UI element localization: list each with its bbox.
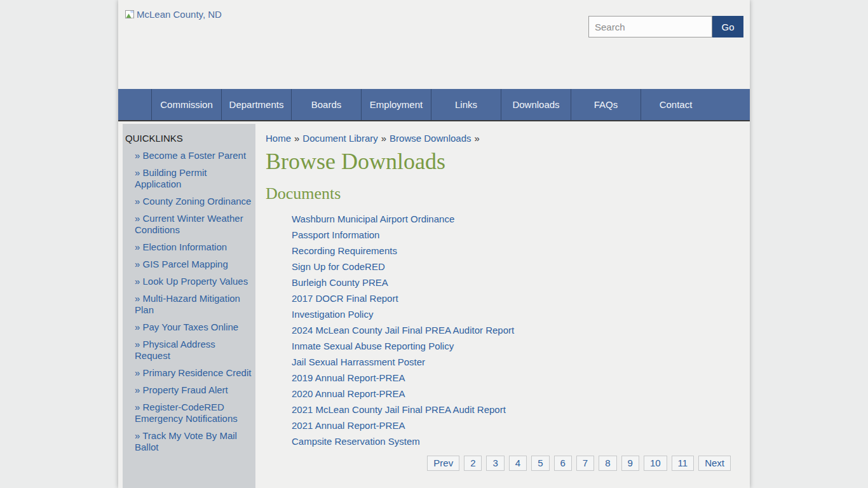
pagination-button[interactable]: 9 xyxy=(621,456,639,471)
quicklink-label[interactable]: Track My Vote By Mail Ballot xyxy=(135,430,237,452)
quicklink-item[interactable]: » Become a Foster Parent xyxy=(125,150,252,161)
site-logo-link[interactable]: McLean County, ND xyxy=(125,9,222,20)
main-content: Home»Document Library»Browse Downloads» … xyxy=(255,121,750,488)
breadcrumb-separator: » xyxy=(381,133,386,144)
quicklink-bullet-icon: » xyxy=(135,322,140,332)
quicklink-item[interactable]: » Building Permit Application xyxy=(125,167,252,190)
pagination-button[interactable]: 2 xyxy=(464,456,482,471)
quicklink-bullet-icon: » xyxy=(135,150,140,161)
document-link[interactable]: 2021 Annual Report-PREA xyxy=(292,420,405,431)
site-logo-text: McLean County, ND xyxy=(137,9,222,20)
document-link[interactable]: 2017 DOCR Final Report xyxy=(292,293,398,304)
search-go-button[interactable]: Go xyxy=(712,16,743,37)
quicklink-label[interactable]: Look Up Property Values xyxy=(143,276,248,287)
nav-tab[interactable]: Contact xyxy=(641,89,710,120)
document-link[interactable]: 2019 Annual Report-PREA xyxy=(292,372,405,383)
search-bar: Go xyxy=(588,16,743,37)
nav-tab[interactable]: Commission xyxy=(151,89,221,120)
quicklink-bullet-icon: » xyxy=(135,339,140,349)
quicklink-label[interactable]: County Zoning Ordinance xyxy=(143,196,252,207)
quicklink-bullet-icon: » xyxy=(135,213,140,224)
quicklink-bullet-icon: » xyxy=(135,167,140,178)
pagination-button[interactable]: 7 xyxy=(576,456,594,471)
breadcrumb-separator: » xyxy=(294,133,299,144)
quicklink-label[interactable]: Building Permit Application xyxy=(135,167,207,189)
quicklink-item[interactable]: » Look Up Property Values xyxy=(125,276,252,287)
quicklink-label[interactable]: Property Fraud Alert xyxy=(143,384,228,395)
pagination-button[interactable]: 11 xyxy=(672,456,695,471)
document-link[interactable]: Washburn Municipal Airport Ordinance xyxy=(292,214,454,224)
quicklink-item[interactable]: » Register-CodeRED Emergency Notificatio… xyxy=(125,402,252,424)
document-list-item: Washburn Municipal Airport Ordinance xyxy=(292,211,731,227)
nav-tab[interactable]: Links xyxy=(431,89,501,120)
quicklinks-panel: QUICKLINKS » Become a Foster Parent » Bu… xyxy=(123,124,255,488)
breadcrumb-link[interactable]: Browse Downloads xyxy=(390,133,471,144)
document-link[interactable]: Inmate Sexual Abuse Reporting Policy xyxy=(292,341,454,351)
pagination: Prev 2 3 4 5 6 7 8 9 10 xyxy=(266,456,731,471)
document-list-item: 2024 McLean County Jail Final PREA Audit… xyxy=(292,322,731,338)
quicklink-label[interactable]: Election Information xyxy=(143,241,227,252)
quicklink-item[interactable]: » Track My Vote By Mail Ballot xyxy=(125,430,252,453)
document-list-item: Inmate Sexual Abuse Reporting Policy xyxy=(292,338,731,354)
nav-tab[interactable]: Downloads xyxy=(501,89,571,120)
page-title: Browse Downloads xyxy=(266,149,731,175)
content-container: McLean County, ND Go Commission Departme… xyxy=(118,0,750,488)
pagination-button[interactable]: 10 xyxy=(644,456,667,471)
quicklink-label[interactable]: Physical Address Request xyxy=(135,339,215,361)
document-link[interactable]: Investigation Policy xyxy=(292,309,373,320)
quicklink-bullet-icon: » xyxy=(135,196,140,207)
quicklink-label[interactable]: GIS Parcel Mapping xyxy=(143,259,228,269)
quicklink-item[interactable]: » Election Information xyxy=(125,241,252,253)
quicklink-item[interactable]: » GIS Parcel Mapping xyxy=(125,259,252,270)
site-header: McLean County, ND Go xyxy=(118,0,750,89)
nav-tab[interactable]: Employment xyxy=(361,89,431,120)
pagination-button[interactable]: 4 xyxy=(509,456,527,471)
pagination-button[interactable]: 3 xyxy=(486,456,504,471)
quicklink-label[interactable]: Multi-Hazard Mitigation Plan xyxy=(135,293,240,315)
search-input[interactable] xyxy=(588,16,712,37)
pagination-button[interactable]: Prev xyxy=(427,456,459,471)
pagination-button[interactable]: Next xyxy=(698,456,731,471)
nav-home-tab[interactable] xyxy=(118,89,151,120)
nav-tabs: Commission Departments Boards Employment… xyxy=(151,89,710,120)
document-link[interactable]: Sign Up for CodeRED xyxy=(292,261,385,272)
nav-filler xyxy=(710,89,750,120)
pagination-button[interactable]: 5 xyxy=(531,456,549,471)
quicklink-bullet-icon: » xyxy=(135,367,140,378)
quicklink-bullet-icon: » xyxy=(135,430,140,441)
document-link[interactable]: Passport Information xyxy=(292,229,379,240)
quicklink-item[interactable]: » Property Fraud Alert xyxy=(125,384,252,396)
quicklink-item[interactable]: » Current Winter Weather Conditions xyxy=(125,213,252,236)
quicklink-item[interactable]: » Physical Address Request xyxy=(125,339,252,362)
document-link[interactable]: Burleigh County PREA xyxy=(292,277,388,288)
quicklink-label[interactable]: Current Winter Weather Conditions xyxy=(135,213,243,235)
breadcrumb-link[interactable]: Document Library xyxy=(302,133,377,144)
quicklink-label[interactable]: Register-CodeRED Emergency Notifications xyxy=(135,402,238,424)
document-list-item: 2017 DOCR Final Report xyxy=(292,290,731,306)
pagination-button[interactable]: 6 xyxy=(554,456,572,471)
quicklink-label[interactable]: Become a Foster Parent xyxy=(143,150,247,161)
pagination-button[interactable]: 8 xyxy=(599,456,616,471)
quicklink-item[interactable]: » Primary Residence Credit xyxy=(125,367,252,379)
document-link[interactable]: Recording Requirements xyxy=(292,245,397,256)
document-list-item: Passport Information xyxy=(292,227,731,243)
document-link[interactable]: Jail Sexual Harrassment Poster xyxy=(292,356,425,367)
quicklink-item[interactable]: » Multi-Hazard Mitigation Plan xyxy=(125,293,252,316)
quicklink-bullet-icon: » xyxy=(135,241,140,252)
nav-tab[interactable]: Boards xyxy=(291,89,361,120)
document-link[interactable]: Campsite Reservation System xyxy=(292,436,420,447)
quicklink-item[interactable]: » Pay Your Taxes Online xyxy=(125,322,252,333)
quicklink-label[interactable]: Pay Your Taxes Online xyxy=(143,322,239,332)
nav-tab[interactable]: Departments xyxy=(221,89,291,120)
document-list-item: Recording Requirements xyxy=(292,243,731,259)
document-link[interactable]: 2024 McLean County Jail Final PREA Audit… xyxy=(292,325,514,336)
body-row: QUICKLINKS » Become a Foster Parent » Bu… xyxy=(118,121,750,488)
nav-tab[interactable]: FAQs xyxy=(571,89,641,120)
document-link[interactable]: 2021 McLean County Jail Final PREA Audit… xyxy=(292,404,506,415)
breadcrumb-link[interactable]: Home xyxy=(266,133,291,144)
quicklink-bullet-icon: » xyxy=(135,293,140,304)
document-list-item: 2021 McLean County Jail Final PREA Audit… xyxy=(292,402,731,417)
quicklink-label[interactable]: Primary Residence Credit xyxy=(143,367,252,378)
quicklink-item[interactable]: » County Zoning Ordinance xyxy=(125,196,252,207)
document-link[interactable]: 2020 Annual Report-PREA xyxy=(292,388,405,399)
